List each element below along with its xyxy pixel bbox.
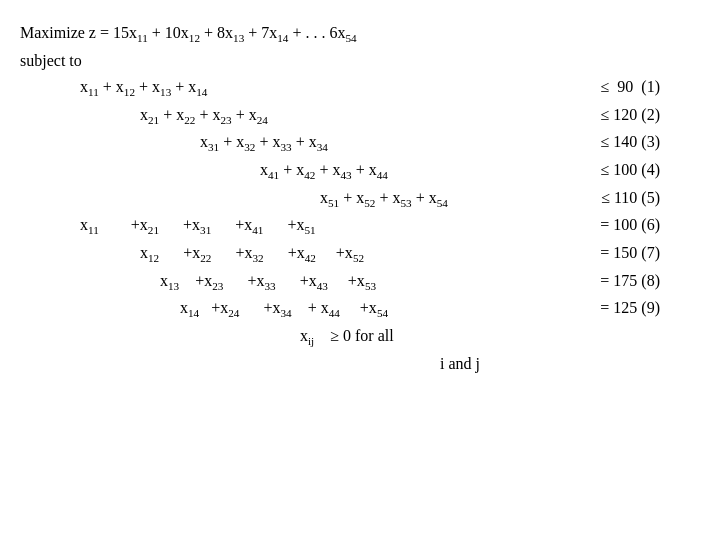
lhs-7: x12 +x22 +x32 +x42 +x52 [20, 244, 364, 261]
rhs-7: = 150 (7) [600, 240, 700, 266]
rhs-3: ≤ 140 (3) [601, 129, 700, 155]
constraint-5: ≤ 110 (5) x51 + x52 + x53 + x54 [20, 185, 700, 213]
lhs-8: x13 +x23 +x33 +x43 +x53 [20, 272, 376, 289]
constraint-2: ≤ 120 (2) x21 + x22 + x23 + x24 [20, 102, 700, 130]
constraint-8: = 175 (8) x13 +x23 +x33 +x43 +x53 [20, 268, 700, 296]
constraint-1: ≤ 90 (1) x11 + x12 + x13 + x14 [20, 74, 700, 102]
constraint-9: = 125 (9) x14 +x24 +x34 + x44 +x54 [20, 295, 700, 323]
objective-line: Maximize z = 15x11 + 10x12 + 8x13 + 7x14… [20, 20, 700, 48]
lhs-3: x31 + x32 + x33 + x34 [20, 133, 328, 150]
rhs-6: = 100 (6) [600, 212, 700, 238]
rhs-2: ≤ 120 (2) [601, 102, 700, 128]
main-content: Maximize z = 15x11 + 10x12 + 8x13 + 7x14… [20, 20, 700, 520]
rhs-1: ≤ 90 (1) [601, 74, 700, 100]
lhs-6: x11 +x21 +x31 +x41 +x51 [20, 216, 316, 233]
constraint-3: ≤ 140 (3) x31 + x32 + x33 + x34 [20, 129, 700, 157]
rhs-4: ≤ 100 (4) [601, 157, 700, 183]
non-negativity-line2: i and j [20, 351, 700, 377]
math-block: Maximize z = 15x11 + 10x12 + 8x13 + 7x14… [20, 20, 700, 377]
subject-to-line: subject to [20, 48, 700, 74]
rhs-5: ≤ 110 (5) [601, 185, 700, 211]
lhs-9: x14 +x24 +x34 + x44 +x54 [20, 299, 388, 316]
constraint-4: ≤ 100 (4) x41 + x42 + x43 + x44 [20, 157, 700, 185]
lhs-1: x11 + x12 + x13 + x14 [20, 78, 207, 95]
non-negativity-line: xij ≥ 0 for all [20, 323, 700, 351]
rhs-9: = 125 (9) [600, 295, 700, 321]
rhs-8: = 175 (8) [600, 268, 700, 294]
constraint-7: = 150 (7) x12 +x22 +x32 +x42 +x52 [20, 240, 700, 268]
lhs-2: x21 + x22 + x23 + x24 [20, 106, 268, 123]
lhs-4: x41 + x42 + x43 + x44 [20, 161, 388, 178]
lhs-5: x51 + x52 + x53 + x54 [20, 189, 448, 206]
constraint-6: = 100 (6) x11 +x21 +x31 +x41 +x51 [20, 212, 700, 240]
